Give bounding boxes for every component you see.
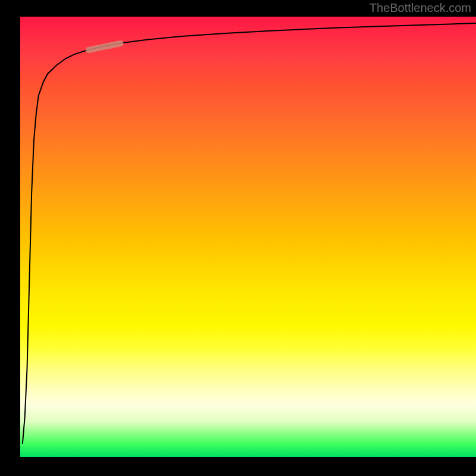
chart-area: [20, 17, 476, 457]
watermark-label: TheBottleneck.com: [369, 1, 471, 15]
chart-container: TheBottleneck.com: [0, 0, 476, 476]
curve-svg: [20, 17, 476, 457]
bottleneck-curve: [23, 23, 476, 444]
highlight-marker: [89, 43, 121, 50]
